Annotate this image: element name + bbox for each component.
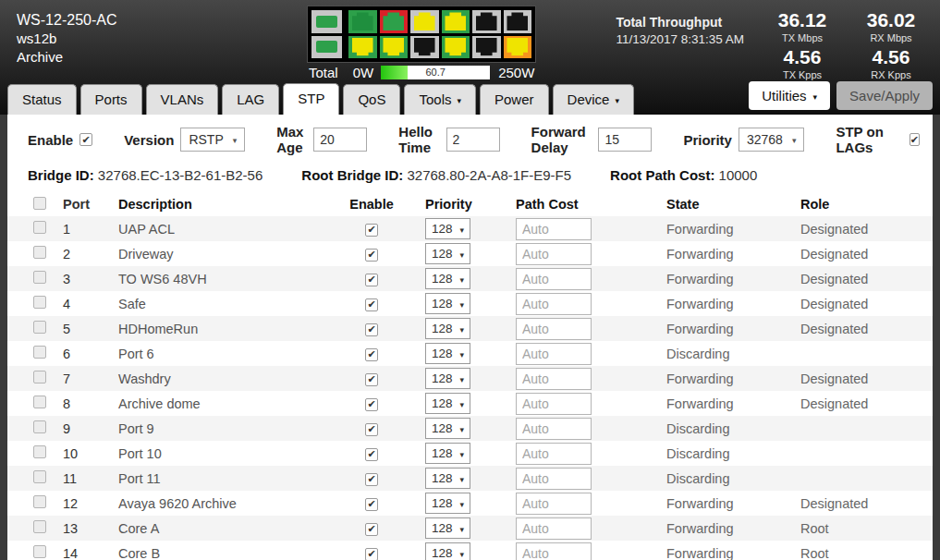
- port-priority-select[interactable]: 128▾: [425, 243, 470, 264]
- sfp-port-tile[interactable]: [311, 36, 342, 59]
- ethernet-port-tile[interactable]: [442, 10, 470, 33]
- row-select-checkbox[interactable]: [33, 371, 46, 383]
- save-apply-button[interactable]: Save/Apply: [836, 81, 933, 110]
- utilities-button[interactable]: Utilities ▾: [749, 81, 830, 110]
- tab-qos[interactable]: QoS: [343, 84, 400, 115]
- max-age-input[interactable]: [313, 128, 367, 152]
- row-select-checkbox[interactable]: [33, 520, 46, 533]
- port-number: 14: [55, 546, 111, 560]
- port-priority-select[interactable]: 128▾: [425, 517, 470, 539]
- row-select-checkbox[interactable]: [33, 246, 46, 259]
- port-enable-checkbox[interactable]: ✔: [365, 523, 378, 536]
- row-select-checkbox[interactable]: [33, 445, 46, 458]
- tab-tools[interactable]: Tools▾: [404, 84, 476, 115]
- port-priority-select[interactable]: 128▾: [425, 368, 470, 389]
- row-select-checkbox[interactable]: [33, 221, 46, 234]
- port-priority-select[interactable]: 128▾: [425, 343, 470, 364]
- tab-lag[interactable]: LAG: [222, 84, 279, 115]
- port-priority-select[interactable]: 128▾: [425, 218, 470, 239]
- port-priority-select[interactable]: 128▾: [425, 418, 470, 439]
- path-cost-input[interactable]: [516, 542, 592, 560]
- port-enable-checkbox[interactable]: ✔: [365, 423, 378, 436]
- tab-power[interactable]: Power: [480, 84, 549, 115]
- port-priority-select[interactable]: 128▾: [425, 318, 470, 339]
- tab-device[interactable]: Device▾: [553, 84, 634, 115]
- port-enable-checkbox[interactable]: ✔: [365, 348, 378, 361]
- row-select-checkbox[interactable]: [33, 346, 46, 359]
- stp-on-lags-checkbox[interactable]: ✔: [909, 133, 920, 146]
- stp-settings-row: Enable ✔ Version RSTP ▾ Max Age Hello Ti…: [7, 115, 933, 162]
- path-cost-input[interactable]: [516, 517, 592, 540]
- forward-delay-input[interactable]: [598, 128, 652, 152]
- path-cost-input[interactable]: [516, 418, 592, 440]
- row-select-checkbox[interactable]: [33, 470, 46, 483]
- priority-select[interactable]: 32768 ▾: [739, 128, 804, 152]
- port-priority-select[interactable]: 128▾: [425, 493, 470, 514]
- ethernet-port-tile[interactable]: [348, 36, 377, 59]
- row-select-checkbox[interactable]: [33, 545, 46, 558]
- port-description: TO WS6 48VH: [111, 272, 325, 286]
- row-select-checkbox[interactable]: [33, 321, 46, 334]
- hello-time-input[interactable]: [446, 128, 500, 152]
- ethernet-port-tile[interactable]: [380, 10, 409, 33]
- path-cost-input[interactable]: [516, 268, 592, 290]
- ethernet-port-tile[interactable]: [504, 36, 532, 59]
- row-select-checkbox[interactable]: [33, 296, 46, 309]
- power-total-label: Total: [309, 65, 338, 80]
- port-priority-select[interactable]: 128▾: [425, 293, 470, 314]
- bridge-id-value: 32768.EC-13-B2-61-B2-56: [98, 167, 262, 183]
- path-cost-input[interactable]: [516, 443, 592, 465]
- row-select-checkbox[interactable]: [33, 396, 46, 408]
- tab-status[interactable]: Status: [7, 84, 77, 115]
- path-cost-input[interactable]: [516, 318, 592, 340]
- ethernet-port-tile[interactable]: [380, 36, 409, 59]
- port-priority-select[interactable]: 128▾: [425, 268, 470, 289]
- path-cost-input[interactable]: [516, 243, 592, 265]
- ethernet-port-tile[interactable]: [442, 36, 470, 59]
- row-select-checkbox[interactable]: [33, 495, 46, 508]
- port-enable-checkbox[interactable]: ✔: [365, 249, 378, 262]
- port-enable-checkbox[interactable]: ✔: [365, 373, 378, 386]
- ethernet-port-tile[interactable]: [410, 36, 439, 59]
- path-cost-input[interactable]: [516, 293, 592, 315]
- tab-ports[interactable]: Ports: [80, 84, 142, 115]
- port-enable-checkbox[interactable]: ✔: [365, 274, 378, 286]
- stp-enable-checkbox[interactable]: ✔: [79, 133, 92, 146]
- ethernet-port-tile[interactable]: [410, 10, 439, 33]
- port-enable-checkbox[interactable]: ✔: [365, 473, 378, 486]
- version-select[interactable]: RSTP ▾: [180, 128, 245, 152]
- port-enable-checkbox[interactable]: ✔: [365, 298, 378, 311]
- ethernet-port-tile[interactable]: [472, 36, 501, 59]
- throughput-summary: Total Throughput 11/13/2017 8:31:35 AM 3…: [616, 9, 929, 80]
- chevron-down-icon: ▾: [457, 96, 461, 105]
- port-description: Port 6: [111, 347, 325, 361]
- port-enable-checkbox[interactable]: ✔: [365, 398, 378, 411]
- row-select-checkbox[interactable]: [33, 271, 46, 284]
- power-min-label: 0W: [353, 65, 374, 80]
- sfp-port-tile[interactable]: [311, 10, 342, 33]
- tab-vlans[interactable]: VLANs: [146, 84, 219, 115]
- port-priority-select[interactable]: 128▾: [425, 468, 470, 489]
- port-enable-checkbox[interactable]: ✔: [365, 498, 378, 511]
- tab-stp[interactable]: STP: [283, 83, 339, 115]
- port-enable-checkbox[interactable]: ✔: [365, 224, 378, 237]
- path-cost-input[interactable]: [516, 468, 592, 490]
- port-enable-checkbox[interactable]: ✔: [365, 448, 378, 461]
- port-priority-select[interactable]: 128▾: [425, 542, 470, 560]
- ethernet-port-tile[interactable]: [348, 10, 377, 33]
- port-priority-select[interactable]: 128▾: [425, 393, 470, 414]
- port-enable-checkbox[interactable]: ✔: [365, 323, 378, 336]
- port-enable-checkbox[interactable]: ✔: [365, 548, 378, 560]
- row-select-checkbox[interactable]: [33, 420, 46, 433]
- path-cost-input[interactable]: [516, 218, 592, 240]
- port-priority-select[interactable]: 128▾: [425, 443, 470, 464]
- path-cost-input[interactable]: [516, 393, 592, 415]
- ethernet-port-tile[interactable]: [504, 10, 532, 33]
- select-all-checkbox[interactable]: [33, 197, 46, 210]
- path-cost-input[interactable]: [516, 343, 592, 365]
- ethernet-port-tile[interactable]: [472, 10, 501, 33]
- column-header-enable: Enable: [325, 197, 418, 212]
- path-cost-input[interactable]: [516, 368, 592, 390]
- stp-enable-group: Enable ✔: [28, 132, 92, 148]
- path-cost-input[interactable]: [516, 493, 592, 515]
